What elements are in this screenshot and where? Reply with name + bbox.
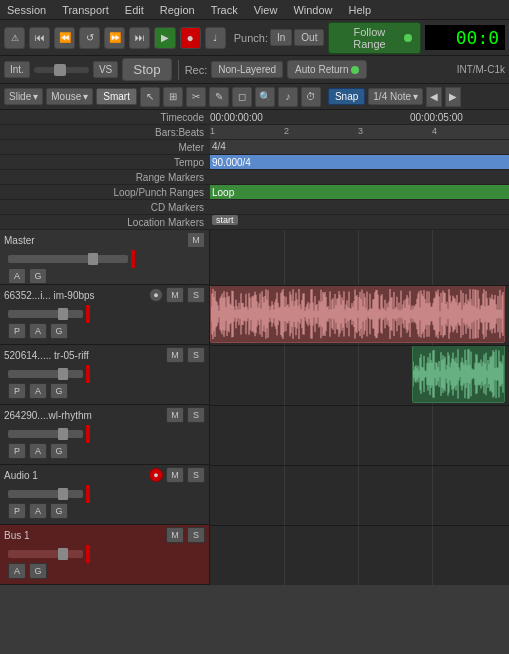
record-button[interactable]: ● <box>180 27 201 49</box>
track2-p-button[interactable]: P <box>8 383 26 399</box>
volume-slider[interactable] <box>34 67 89 73</box>
punch-in-button[interactable]: In <box>270 29 292 46</box>
bus-a-button[interactable]: A <box>8 563 26 579</box>
track4-g-button[interactable]: G <box>50 503 68 519</box>
track1-solo-button[interactable]: S <box>187 287 205 303</box>
auto-return-button[interactable]: Auto Return <box>287 60 367 79</box>
track-header-bus: Bus 1 M S A G <box>0 525 209 585</box>
master-g-button[interactable]: G <box>29 268 47 284</box>
punch-out-button[interactable]: Out <box>294 29 324 46</box>
track3-fader[interactable] <box>8 430 83 438</box>
cd-markers-content[interactable] <box>210 200 509 214</box>
slide-selector[interactable]: Slide ▾ <box>4 88 43 105</box>
select-tool-button[interactable]: ↖ <box>140 87 160 107</box>
scroll-right-button[interactable]: ▶ <box>445 87 461 107</box>
loop-button[interactable]: ↺ <box>79 27 100 49</box>
int-button[interactable]: Int. <box>4 61 30 78</box>
track2-fader[interactable] <box>8 370 83 378</box>
track4-solo-button[interactable]: S <box>187 467 205 483</box>
track2-fader-thumb[interactable] <box>58 368 68 380</box>
track2-a-button[interactable]: A <box>29 383 47 399</box>
range-markers-content[interactable] <box>210 170 509 184</box>
track1-rec-button[interactable]: ● <box>149 288 163 302</box>
range-tool-button[interactable]: ⊞ <box>163 87 183 107</box>
master-fader-thumb[interactable] <box>88 253 98 265</box>
track2-mute-button[interactable]: M <box>166 347 184 363</box>
master-fader[interactable] <box>8 255 128 263</box>
track2-waveform[interactable] <box>412 345 505 403</box>
track4-a-button[interactable]: A <box>29 503 47 519</box>
track1-fader-thumb[interactable] <box>58 308 68 320</box>
meter-content: 4/4 <box>210 140 509 154</box>
vs-button[interactable]: VS <box>93 61 118 78</box>
tempo-content[interactable]: 90.000/4 <box>210 155 509 169</box>
erase-tool-button[interactable]: ◻ <box>232 87 252 107</box>
track3-fader-thumb[interactable] <box>58 428 68 440</box>
menu-session[interactable]: Session <box>4 4 49 16</box>
track4-fader-thumb[interactable] <box>58 488 68 500</box>
play-button[interactable]: ▶ <box>154 27 175 49</box>
track1-g-button[interactable]: G <box>50 323 68 339</box>
track3-g-button[interactable]: G <box>50 443 68 459</box>
track4-mute-button[interactable]: M <box>166 467 184 483</box>
track2-solo-button[interactable]: S <box>187 347 205 363</box>
track1-mute-button[interactable]: M <box>166 287 184 303</box>
track3-a-button[interactable]: A <box>29 443 47 459</box>
draw-tool-button[interactable]: ✎ <box>209 87 229 107</box>
click-button[interactable]: ♩ <box>205 27 226 49</box>
track3-solo-button[interactable]: S <box>187 407 205 423</box>
location-markers-content[interactable]: start <box>210 215 509 229</box>
stop-button[interactable]: Stop <box>122 58 171 81</box>
bus-mute-button[interactable]: M <box>166 527 184 543</box>
track1-waveform[interactable] <box>210 285 505 343</box>
non-layered-button[interactable]: Non-Layered <box>211 61 283 78</box>
track4-rec-button[interactable]: ● <box>149 468 163 482</box>
grid-line-3 <box>432 230 433 585</box>
time-tool-button[interactable]: ⏱ <box>301 87 321 107</box>
menu-window[interactable]: Window <box>290 4 335 16</box>
zoom-tool-button[interactable]: 🔍 <box>255 87 275 107</box>
smart-button[interactable]: Smart <box>96 88 137 105</box>
menu-view[interactable]: View <box>251 4 281 16</box>
menu-transport[interactable]: Transport <box>59 4 112 16</box>
listen-tool-button[interactable]: ♪ <box>278 87 298 107</box>
fast-forward-button[interactable]: ⏭ <box>129 27 150 49</box>
track3-p-button[interactable]: P <box>8 443 26 459</box>
track4-fader[interactable] <box>8 490 83 498</box>
menu-track[interactable]: Track <box>208 4 241 16</box>
menu-region[interactable]: Region <box>157 4 198 16</box>
track1-fader[interactable] <box>8 310 83 318</box>
volume-slider-thumb[interactable] <box>54 64 66 76</box>
master-a-button[interactable]: A <box>8 268 26 284</box>
snap-button[interactable]: Snap <box>328 88 365 105</box>
menu-help[interactable]: Help <box>346 4 375 16</box>
cut-tool-button[interactable]: ✂ <box>186 87 206 107</box>
track-header-1: 66352...i... im-90bps ● M S P A G <box>0 285 209 345</box>
menu-edit[interactable]: Edit <box>122 4 147 16</box>
track1-a-button[interactable]: A <box>29 323 47 339</box>
forward-button[interactable]: ⏩ <box>104 27 125 49</box>
rewind-button[interactable]: ⏪ <box>54 27 75 49</box>
midi-panic-button[interactable]: ⚠ <box>4 27 25 49</box>
note-selector[interactable]: 1/4 Note ▾ <box>368 88 423 105</box>
master-mute-button[interactable]: M <box>187 232 205 248</box>
bus-pag-row: A G <box>8 563 205 579</box>
track3-mute-button[interactable]: M <box>166 407 184 423</box>
track2-g-button[interactable]: G <box>50 383 68 399</box>
follow-range-button[interactable]: Follow Range <box>328 22 421 54</box>
mouse-selector[interactable]: Mouse ▾ <box>46 88 93 105</box>
track-divider-5 <box>210 525 509 526</box>
bus-fader-thumb[interactable] <box>58 548 68 560</box>
bars-content[interactable]: 1 2 3 4 <box>210 125 509 139</box>
punch-label: Punch: <box>234 32 268 44</box>
bus-fader[interactable] <box>8 550 83 558</box>
loop-punch-content[interactable]: Loop <box>210 185 509 199</box>
track1-p-button[interactable]: P <box>8 323 26 339</box>
track4-p-button[interactable]: P <box>8 503 26 519</box>
track-canvas[interactable] <box>210 230 509 585</box>
bus-g-button[interactable]: G <box>29 563 47 579</box>
bars-beats-row[interactable]: Bars:Beats 1 2 3 4 <box>0 125 509 140</box>
scroll-left-button[interactable]: ◀ <box>426 87 442 107</box>
bus-solo-button[interactable]: S <box>187 527 205 543</box>
rewind-to-start-button[interactable]: ⏮ <box>29 27 50 49</box>
